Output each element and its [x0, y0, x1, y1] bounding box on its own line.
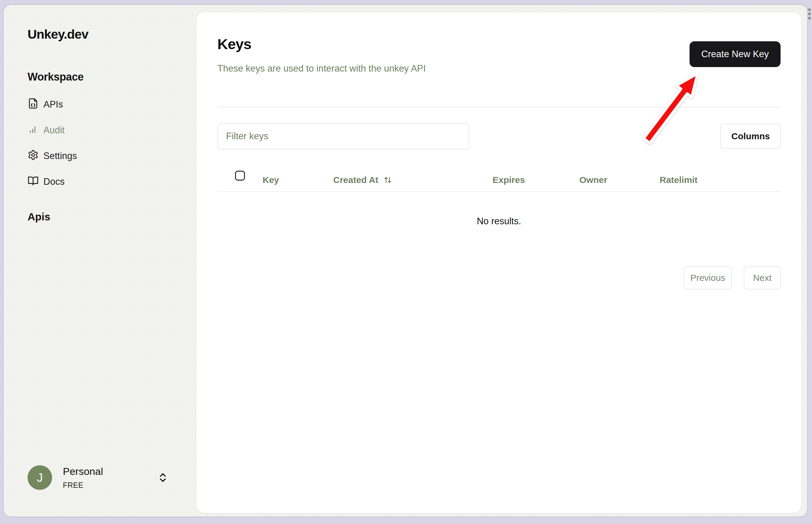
previous-page-button[interactable]: Previous: [683, 266, 732, 290]
sidebar-item-label: Settings: [44, 151, 77, 161]
app-window: Unkey.dev Workspace APIs: [3, 4, 808, 517]
sidebar-nav: APIs Audit Settings: [28, 92, 171, 195]
account-text: Personal FREE: [63, 465, 103, 490]
sidebar-item-label: Audit: [44, 125, 65, 136]
page-subtitle: These keys are used to interact with the…: [217, 63, 426, 74]
scroll-indicator-dots: [808, 9, 811, 21]
sidebar-item-docs[interactable]: Docs: [28, 169, 171, 195]
plan-badge: FREE: [63, 481, 103, 490]
account-name: Personal: [63, 465, 103, 477]
sidebar-item-audit[interactable]: Audit: [28, 117, 171, 143]
column-header-key: Key: [263, 175, 279, 185]
sidebar-item-label: APIs: [44, 99, 63, 110]
filter-keys-input[interactable]: [217, 123, 469, 149]
empty-state-message: No results.: [217, 216, 781, 227]
apis-section-heading: Apis: [28, 211, 50, 223]
sidebar-item-apis[interactable]: APIs: [28, 92, 171, 117]
page-title: Keys: [217, 36, 251, 52]
column-header-ratelimit: Ratelimit: [660, 175, 698, 185]
create-new-key-button[interactable]: Create New Key: [690, 41, 781, 67]
column-header-label: Created At: [333, 175, 379, 185]
bar-chart-icon: [28, 124, 39, 137]
book-open-icon: [28, 175, 39, 189]
sidebar: Unkey.dev Workspace APIs: [4, 5, 196, 517]
workspace-heading: Workspace: [28, 71, 84, 83]
workspace-switcher[interactable]: J Personal FREE: [28, 465, 171, 490]
column-header-created-at[interactable]: Created At: [333, 175, 393, 185]
column-header-expires: Expires: [493, 175, 525, 185]
header-divider: [217, 107, 781, 108]
column-header-owner: Owner: [579, 175, 607, 185]
chevrons-up-down-icon: [157, 472, 169, 483]
main-panel: Keys These keys are used to interact wit…: [196, 12, 801, 513]
next-page-button[interactable]: Next: [744, 266, 781, 290]
arrows-up-down-icon: [383, 175, 393, 185]
file-code-icon: [28, 98, 39, 111]
avatar: J: [28, 465, 52, 490]
columns-button[interactable]: Columns: [720, 124, 781, 149]
table-header-row: Key Created At Expires Owner Ratelimit: [217, 168, 781, 192]
gear-icon: [28, 149, 39, 163]
sidebar-item-settings[interactable]: Settings: [28, 143, 171, 169]
app-logo[interactable]: Unkey.dev: [28, 27, 88, 42]
sidebar-item-label: Docs: [44, 176, 65, 187]
select-all-checkbox[interactable]: [235, 171, 245, 181]
